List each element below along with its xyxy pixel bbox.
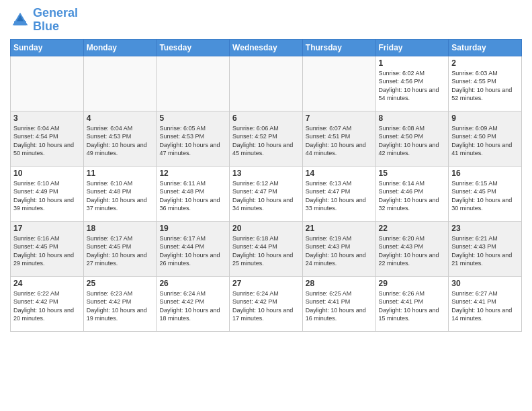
day-number: 13 [232, 169, 300, 178]
day-number: 4 [87, 113, 154, 123]
weekday-header-row: SundayMondayTuesdayWednesdayThursdayFrid… [11, 39, 522, 56]
weekday-header-wednesday: Wednesday [230, 39, 303, 56]
day-number: 26 [159, 279, 226, 288]
day-number: 11 [87, 169, 154, 178]
logo-text: General Blue [33, 7, 78, 34]
calendar-row-1: 3Sunrise: 6:04 AM Sunset: 4:54 PM Daylig… [11, 111, 522, 166]
calendar-cell: 25Sunrise: 6:23 AM Sunset: 4:42 PM Dayli… [83, 276, 157, 331]
calendar-cell: 2Sunrise: 6:03 AM Sunset: 4:55 PM Daylig… [449, 56, 522, 111]
calendar-cell: 21Sunrise: 6:19 AM Sunset: 4:43 PM Dayli… [302, 221, 375, 276]
day-info: Sunrise: 6:24 AM Sunset: 4:42 PM Dayligh… [159, 289, 226, 323]
day-number: 14 [306, 169, 373, 178]
day-info: Sunrise: 6:13 AM Sunset: 4:47 PM Dayligh… [306, 179, 373, 213]
calendar-cell: 14Sunrise: 6:13 AM Sunset: 4:47 PM Dayli… [302, 166, 375, 221]
day-info: Sunrise: 6:07 AM Sunset: 4:51 PM Dayligh… [306, 124, 373, 158]
day-info: Sunrise: 6:24 AM Sunset: 4:42 PM Dayligh… [232, 289, 300, 323]
day-number: 24 [13, 279, 81, 288]
day-info: Sunrise: 6:26 AM Sunset: 4:41 PM Dayligh… [379, 289, 446, 323]
day-number: 18 [87, 224, 154, 233]
day-number: 28 [306, 279, 373, 288]
day-info: Sunrise: 6:04 AM Sunset: 4:53 PM Dayligh… [87, 124, 154, 158]
day-info: Sunrise: 6:04 AM Sunset: 4:54 PM Dayligh… [13, 124, 81, 158]
calendar-cell: 5Sunrise: 6:05 AM Sunset: 4:53 PM Daylig… [157, 111, 230, 166]
day-info: Sunrise: 6:27 AM Sunset: 4:41 PM Dayligh… [451, 289, 519, 323]
day-number: 12 [159, 169, 226, 178]
day-info: Sunrise: 6:10 AM Sunset: 4:49 PM Dayligh… [13, 179, 81, 213]
svg-rect-2 [14, 21, 26, 25]
calendar-cell: 23Sunrise: 6:21 AM Sunset: 4:43 PM Dayli… [449, 221, 522, 276]
day-info: Sunrise: 6:06 AM Sunset: 4:52 PM Dayligh… [232, 124, 300, 158]
calendar-cell: 4Sunrise: 6:04 AM Sunset: 4:53 PM Daylig… [83, 111, 157, 166]
day-number: 25 [87, 279, 154, 288]
calendar-cell: 27Sunrise: 6:24 AM Sunset: 4:42 PM Dayli… [230, 276, 303, 331]
calendar-cell: 9Sunrise: 6:09 AM Sunset: 4:50 PM Daylig… [449, 111, 522, 166]
day-number: 23 [451, 224, 519, 233]
day-info: Sunrise: 6:11 AM Sunset: 4:48 PM Dayligh… [159, 179, 226, 213]
day-number: 19 [159, 224, 226, 233]
day-number: 8 [379, 113, 446, 123]
calendar-cell: 17Sunrise: 6:16 AM Sunset: 4:45 PM Dayli… [11, 221, 84, 276]
calendar-cell: 13Sunrise: 6:12 AM Sunset: 4:47 PM Dayli… [230, 166, 303, 221]
day-number: 2 [451, 58, 519, 68]
day-info: Sunrise: 6:25 AM Sunset: 4:41 PM Dayligh… [306, 289, 373, 323]
day-info: Sunrise: 6:15 AM Sunset: 4:45 PM Dayligh… [451, 179, 519, 213]
day-info: Sunrise: 6:10 AM Sunset: 4:48 PM Dayligh… [87, 179, 154, 213]
day-number: 6 [232, 113, 300, 123]
day-info: Sunrise: 6:23 AM Sunset: 4:42 PM Dayligh… [87, 289, 154, 323]
calendar-cell [83, 56, 157, 111]
calendar-cell: 29Sunrise: 6:26 AM Sunset: 4:41 PM Dayli… [375, 276, 449, 331]
day-number: 16 [451, 169, 519, 178]
calendar-row-3: 17Sunrise: 6:16 AM Sunset: 4:45 PM Dayli… [11, 221, 522, 276]
logo: General Blue [10, 7, 78, 34]
day-info: Sunrise: 6:20 AM Sunset: 4:43 PM Dayligh… [379, 234, 446, 268]
day-info: Sunrise: 6:17 AM Sunset: 4:44 PM Dayligh… [159, 234, 226, 268]
calendar-cell [302, 56, 375, 111]
logo-icon [10, 10, 30, 30]
calendar-table: SundayMondayTuesdayWednesdayThursdayFrid… [10, 39, 522, 332]
calendar-cell: 19Sunrise: 6:17 AM Sunset: 4:44 PM Dayli… [157, 221, 230, 276]
day-number: 1 [379, 58, 446, 68]
calendar-row-0: 1Sunrise: 6:02 AM Sunset: 4:56 PM Daylig… [11, 56, 522, 111]
day-number: 30 [451, 279, 519, 288]
day-info: Sunrise: 6:16 AM Sunset: 4:45 PM Dayligh… [13, 234, 81, 268]
calendar-cell [11, 56, 84, 111]
calendar-cell: 20Sunrise: 6:18 AM Sunset: 4:44 PM Dayli… [230, 221, 303, 276]
day-number: 29 [379, 279, 446, 288]
calendar-cell: 10Sunrise: 6:10 AM Sunset: 4:49 PM Dayli… [11, 166, 84, 221]
weekday-header-sunday: Sunday [11, 39, 84, 56]
weekday-header-saturday: Saturday [449, 39, 522, 56]
day-number: 17 [13, 224, 81, 233]
calendar-cell: 26Sunrise: 6:24 AM Sunset: 4:42 PM Dayli… [157, 276, 230, 331]
calendar-cell: 30Sunrise: 6:27 AM Sunset: 4:41 PM Dayli… [449, 276, 522, 331]
calendar-row-4: 24Sunrise: 6:22 AM Sunset: 4:42 PM Dayli… [11, 276, 522, 331]
day-info: Sunrise: 6:17 AM Sunset: 4:45 PM Dayligh… [87, 234, 154, 268]
day-info: Sunrise: 6:21 AM Sunset: 4:43 PM Dayligh… [451, 234, 519, 268]
day-info: Sunrise: 6:22 AM Sunset: 4:42 PM Dayligh… [13, 289, 81, 323]
calendar-cell: 28Sunrise: 6:25 AM Sunset: 4:41 PM Dayli… [302, 276, 375, 331]
calendar-cell: 6Sunrise: 6:06 AM Sunset: 4:52 PM Daylig… [230, 111, 303, 166]
day-number: 22 [379, 224, 446, 233]
day-info: Sunrise: 6:08 AM Sunset: 4:50 PM Dayligh… [379, 124, 446, 158]
calendar-row-2: 10Sunrise: 6:10 AM Sunset: 4:49 PM Dayli… [11, 166, 522, 221]
day-number: 15 [379, 169, 446, 178]
day-info: Sunrise: 6:12 AM Sunset: 4:47 PM Dayligh… [232, 179, 300, 213]
day-info: Sunrise: 6:18 AM Sunset: 4:44 PM Dayligh… [232, 234, 300, 268]
calendar-cell: 16Sunrise: 6:15 AM Sunset: 4:45 PM Dayli… [449, 166, 522, 221]
day-number: 3 [13, 113, 81, 123]
day-number: 7 [306, 113, 373, 123]
day-info: Sunrise: 6:14 AM Sunset: 4:46 PM Dayligh… [379, 179, 446, 213]
weekday-header-friday: Friday [375, 39, 449, 56]
calendar-cell: 7Sunrise: 6:07 AM Sunset: 4:51 PM Daylig… [302, 111, 375, 166]
day-info: Sunrise: 6:03 AM Sunset: 4:55 PM Dayligh… [451, 69, 519, 103]
calendar-cell [157, 56, 230, 111]
calendar-cell: 11Sunrise: 6:10 AM Sunset: 4:48 PM Dayli… [83, 166, 157, 221]
day-number: 9 [451, 113, 519, 123]
calendar-cell: 24Sunrise: 6:22 AM Sunset: 4:42 PM Dayli… [11, 276, 84, 331]
calendar-cell: 18Sunrise: 6:17 AM Sunset: 4:45 PM Dayli… [83, 221, 157, 276]
calendar-cell: 3Sunrise: 6:04 AM Sunset: 4:54 PM Daylig… [11, 111, 84, 166]
weekday-header-monday: Monday [83, 39, 157, 56]
calendar-cell [230, 56, 303, 111]
day-number: 10 [13, 169, 81, 178]
day-info: Sunrise: 6:19 AM Sunset: 4:43 PM Dayligh… [306, 234, 373, 268]
day-info: Sunrise: 6:02 AM Sunset: 4:56 PM Dayligh… [379, 69, 446, 103]
